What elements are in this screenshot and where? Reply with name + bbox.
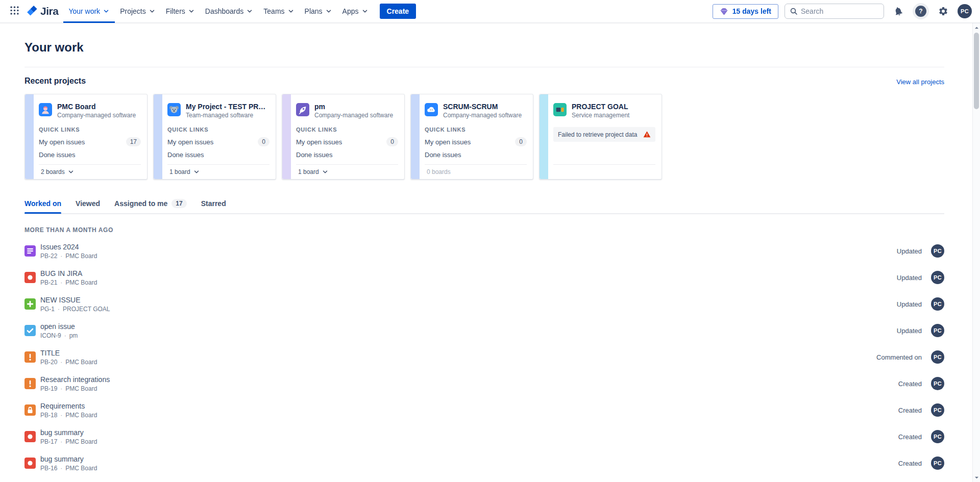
jira-logo[interactable]: Jira [25, 4, 58, 19]
work-item-row[interactable]: Requirements PB-18 PMC Board Created PC [24, 397, 944, 423]
boards-count-label: 2 boards [41, 168, 65, 175]
work-item-title[interactable]: BUG IN JIRA [40, 269, 97, 277]
quick-link-my-open-issues[interactable]: My open issues 0 [425, 137, 527, 146]
issue-project: PMC Board [65, 438, 97, 445]
issue-key: PG-1 [40, 306, 55, 313]
quick-link-label: Done issues [39, 151, 76, 159]
work-item-row[interactable]: BUG IN JIRA PB-21 PMC Board Updated PC [24, 264, 944, 291]
nav-item-dashboards[interactable]: Dashboards [200, 0, 259, 23]
quick-link-label: My open issues [425, 138, 471, 146]
quick-link-done-issues[interactable]: Done issues [167, 151, 270, 159]
quick-link-done-issues[interactable]: Done issues [39, 151, 141, 159]
nav-item-apps[interactable]: Apps [337, 0, 374, 23]
work-item-row[interactable]: NEW ISSUE PG-1 PROJECT GOAL Updated PC [24, 291, 944, 317]
tab-viewed[interactable]: Viewed [76, 199, 100, 208]
chevron-down-icon [67, 168, 75, 175]
chevron-down-icon [325, 8, 332, 15]
project-error-box: Failed to retrieve project data [553, 127, 655, 142]
boards-dropdown[interactable]: 1 board [167, 164, 270, 179]
dot-separator [60, 438, 62, 445]
work-item-title[interactable]: open issue [40, 322, 78, 331]
quick-link-my-open-issues[interactable]: My open issues 17 [39, 137, 141, 146]
nav-item-teams[interactable]: Teams [258, 0, 299, 23]
quick-links-label: QUICK LINKS [167, 126, 270, 133]
quick-link-my-open-issues[interactable]: My open issues 0 [167, 137, 270, 146]
chevron-down-icon [361, 8, 369, 15]
project-card-project-goal[interactable]: PROJECT GOAL Service management Failed t… [539, 94, 662, 180]
scrollbar [972, 23, 980, 482]
work-item-title[interactable]: TITLE [40, 349, 97, 357]
nav-item-your-work[interactable]: Your work [63, 0, 115, 23]
issue-key: PB-20 [40, 359, 57, 366]
tab-starred[interactable]: Starred [201, 199, 226, 208]
work-item-title[interactable]: bug summary [40, 428, 97, 437]
profile-avatar[interactable]: PC [958, 4, 972, 18]
quick-link-done-issues[interactable]: Done issues [425, 151, 527, 159]
section-header: MORE THAN A MONTH AGO [24, 226, 944, 234]
issue-key: ICON-9 [40, 332, 61, 339]
notifications-button[interactable] [890, 3, 906, 19]
bug-icon [24, 431, 36, 442]
settings-button[interactable] [935, 3, 951, 19]
work-item-title[interactable]: bug summary [40, 455, 97, 463]
trial-days-left-chip[interactable]: 15 days left [713, 4, 778, 19]
work-item-title[interactable]: Issues 2024 [40, 243, 97, 251]
create-button[interactable]: Create [380, 4, 416, 19]
gear-icon [938, 6, 948, 16]
chevron-down-icon [188, 8, 195, 15]
boards-dropdown[interactable]: 2 boards [39, 164, 141, 179]
count-badge: 0 [386, 137, 398, 146]
project-type: Service management [572, 112, 629, 119]
boards-count-label: 0 boards [427, 168, 451, 175]
nav-item-projects[interactable]: Projects [115, 0, 161, 23]
work-item-row[interactable]: bug summary PC [24, 476, 944, 482]
nav-item-label: Teams [263, 7, 284, 15]
project-card-my-project-test-project[interactable]: My Project - TEST PROJECT Team-managed s… [153, 94, 276, 180]
recent-projects-list: PMC Board Company-managed software QUICK… [24, 94, 944, 180]
work-item-title[interactable]: NEW ISSUE [40, 296, 110, 304]
recent-projects-heading: Recent projects [24, 77, 86, 86]
dot-separator [60, 252, 62, 260]
nav-item-plans[interactable]: Plans [300, 0, 337, 23]
tab-worked-on[interactable]: Worked on [24, 199, 61, 208]
work-item-row[interactable]: Research integrations PB-19 PMC Board Cr… [24, 370, 944, 397]
scroll-down-arrow[interactable] [973, 473, 980, 481]
actor-avatar: PC [931, 297, 944, 311]
nav-item-filters[interactable]: Filters [161, 0, 200, 23]
boards-dropdown[interactable]: 1 board [296, 164, 398, 179]
card-accent-stripe [540, 94, 548, 179]
work-item-row[interactable]: bug summary PB-16 PMC Board Created PC [24, 450, 944, 476]
tab-assigned-to-me[interactable]: Assigned to me 17 [114, 199, 187, 208]
quick-link-my-open-issues[interactable]: My open issues 0 [296, 137, 398, 146]
dot-separator [60, 412, 62, 419]
search-input[interactable] [801, 7, 879, 15]
project-card-pm[interactable]: pm Company-managed software QUICK LINKS … [282, 94, 405, 180]
work-item-title[interactable]: Research integrations [40, 375, 110, 384]
work-item-row[interactable]: TITLE PB-20 PMC Board Commented on PC [24, 344, 944, 370]
work-item-row[interactable]: open issue ICON-9 pm Updated PC [24, 317, 944, 344]
view-all-projects-link[interactable]: View all projects [896, 78, 944, 86]
work-item-row[interactable]: Issues 2024 PB-22 PMC Board Updated PC [24, 238, 944, 264]
grid-icon [10, 6, 19, 16]
exclamation-icon [24, 351, 36, 363]
help-button[interactable]: ? [913, 3, 929, 19]
work-item-row[interactable]: bug summary PB-17 PMC Board Created PC [24, 423, 944, 450]
search-box [785, 4, 884, 19]
help-icon: ? [915, 6, 926, 17]
quick-link-done-issues[interactable]: Done issues [296, 151, 398, 159]
issue-project: PMC Board [65, 412, 97, 419]
project-name: My Project - TEST PROJECT [186, 103, 270, 111]
app-switcher-button[interactable] [7, 3, 22, 19]
actor-avatar: PC [931, 271, 944, 284]
scrollbar-thumb[interactable] [974, 33, 979, 109]
boards-dropdown [553, 164, 655, 179]
project-type: Team-managed software [186, 112, 270, 119]
person-project-icon [39, 103, 52, 116]
scroll-up-arrow[interactable] [973, 23, 980, 32]
project-card-scrum-scrum[interactable]: SCRUM-SCRUM Company-managed software QUI… [410, 94, 533, 180]
work-item-title[interactable]: Requirements [40, 402, 97, 410]
work-item-subtitle: PB-22 PMC Board [40, 252, 97, 260]
project-card-pmc-board[interactable]: PMC Board Company-managed software QUICK… [24, 94, 148, 180]
quick-link-label: My open issues [296, 138, 342, 146]
quick-link-label: Done issues [425, 151, 461, 159]
